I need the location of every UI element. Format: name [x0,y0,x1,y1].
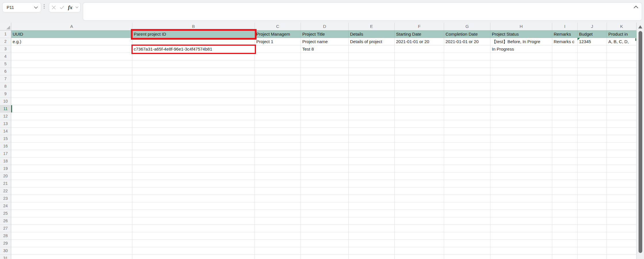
cell-H26[interactable] [490,217,552,225]
cell-G30[interactable] [444,247,490,255]
cell-A24[interactable] [11,202,132,210]
cell-K9[interactable] [607,90,637,98]
cell-H6[interactable] [490,68,552,75]
cell-I2[interactable]: Remarks c [552,38,578,45]
cell-B19[interactable] [132,165,255,172]
cell-G24[interactable] [444,202,490,210]
cell-G14[interactable] [444,128,490,135]
row-header-2[interactable]: 2 [0,38,11,45]
cell-E12[interactable] [349,113,395,120]
cell-C30[interactable] [255,247,301,255]
cell-D27[interactable] [301,225,349,232]
row-header-29[interactable]: 29 [0,240,11,247]
cell-G8[interactable] [444,83,490,90]
cell-H3[interactable]: In Progress [490,45,552,53]
cell-D13[interactable] [301,120,349,128]
cell-J18[interactable] [578,158,607,165]
cell-D15[interactable] [301,135,349,143]
cell-D14[interactable] [301,128,349,135]
cell-F24[interactable] [395,202,444,210]
cell-G6[interactable] [444,68,490,75]
cell-H11[interactable] [490,105,552,113]
cell-F31[interactable] [395,255,444,259]
cell-J31[interactable] [578,255,607,259]
cell-I23[interactable] [552,195,578,202]
function-chevron-down-icon[interactable] [75,4,79,11]
cell-C8[interactable] [255,83,301,90]
select-all-corner[interactable] [0,23,11,30]
cell-C26[interactable] [255,217,301,225]
cell-C22[interactable] [255,187,301,195]
cell-G9[interactable] [444,90,490,98]
row-header-26[interactable]: 26 [0,217,11,225]
row-header-30[interactable]: 30 [0,247,11,255]
cell-K11[interactable] [607,105,637,113]
cell-A11[interactable] [11,105,132,113]
cell-H23[interactable] [490,195,552,202]
collapse-formula-bar-icon[interactable] [634,5,638,8]
cell-D31[interactable] [301,255,349,259]
cell-D24[interactable] [301,202,349,210]
cell-I12[interactable] [552,113,578,120]
cell-H22[interactable] [490,187,552,195]
cell-B2[interactable] [132,38,255,45]
cell-D23[interactable] [301,195,349,202]
cell-E13[interactable] [349,120,395,128]
cell-A10[interactable] [11,98,132,105]
cell-A3[interactable] [11,45,132,53]
cell-J28[interactable] [578,232,607,240]
cell-H20[interactable] [490,172,552,180]
cell-G18[interactable] [444,158,490,165]
cell-C14[interactable] [255,128,301,135]
cell-J8[interactable] [578,83,607,90]
cell-E7[interactable] [349,75,395,83]
cell-E16[interactable] [349,143,395,150]
row-header-19[interactable]: 19 [0,165,11,172]
row-header-15[interactable]: 15 [0,135,11,143]
cell-H7[interactable] [490,75,552,83]
cell-C19[interactable] [255,165,301,172]
column-header-K[interactable]: K [607,23,637,30]
cell-H21[interactable] [490,180,552,187]
cell-C29[interactable] [255,240,301,247]
cell-J14[interactable] [578,128,607,135]
row-header-24[interactable]: 24 [0,202,11,210]
cell-A16[interactable] [11,143,132,150]
cell-A4[interactable] [11,53,132,60]
cell-K14[interactable] [607,128,637,135]
cell-C6[interactable] [255,68,301,75]
confirm-entry-icon[interactable] [59,4,66,11]
cell-A31[interactable] [11,255,132,259]
cell-K5[interactable] [607,60,637,68]
cell-D28[interactable] [301,232,349,240]
cell-C5[interactable] [255,60,301,68]
cell-B3[interactable]: c7367a31-a65f-4e8f-96e1-3c4f47574b81 [132,45,255,53]
cell-K29[interactable] [607,240,637,247]
cell-H16[interactable] [490,143,552,150]
cell-G4[interactable] [444,53,490,60]
cell-K31[interactable] [607,255,637,259]
cell-B31[interactable] [132,255,255,259]
cell-F13[interactable] [395,120,444,128]
cell-J2[interactable]: 12345 [578,38,607,45]
cell-E3[interactable] [349,45,395,53]
cell-J11[interactable] [578,105,607,113]
cell-C3[interactable] [255,45,301,53]
cell-J5[interactable] [578,60,607,68]
cell-A25[interactable] [11,210,132,217]
row-header-3[interactable]: 3 [0,45,11,53]
row-header-18[interactable]: 18 [0,158,11,165]
cell-F6[interactable] [395,68,444,75]
cell-J12[interactable] [578,113,607,120]
cell-K8[interactable] [607,83,637,90]
cell-H27[interactable] [490,225,552,232]
cell-B29[interactable] [132,240,255,247]
cell-I3[interactable] [552,45,578,53]
cell-I16[interactable] [552,143,578,150]
cell-C21[interactable] [255,180,301,187]
cell-F4[interactable] [395,53,444,60]
cell-H28[interactable] [490,232,552,240]
cell-I1[interactable]: Remarks [552,30,578,38]
row-header-17[interactable]: 17 [0,150,11,158]
cell-D7[interactable] [301,75,349,83]
